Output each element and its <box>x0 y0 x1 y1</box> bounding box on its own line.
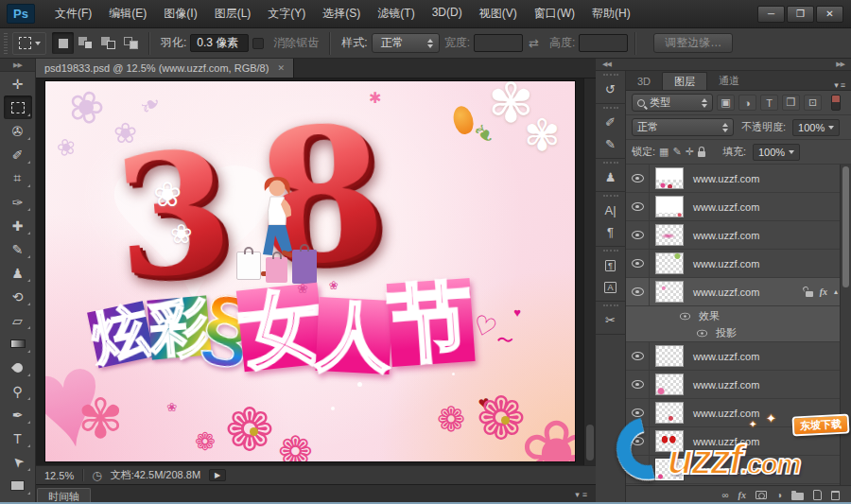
type-layers-filter-icon[interactable]: T <box>760 95 778 111</box>
history-brush-tool[interactable]: ⟲ <box>4 285 32 308</box>
eye-icon[interactable] <box>697 330 707 338</box>
layer-row[interactable]: www.uzzf.com <box>626 342 851 371</box>
history-panel-icon[interactable]: ↺ <box>599 78 623 100</box>
menu-help[interactable]: 帮助(H) <box>583 2 639 26</box>
layer-row[interactable]: www.uzzf.com <box>626 221 851 250</box>
document-close-icon[interactable]: ✕ <box>277 63 285 73</box>
adjustment-layers-filter-icon[interactable]: ◑ <box>738 95 756 111</box>
layer-mask-icon[interactable] <box>755 491 767 499</box>
paragraph-styles-panel-icon[interactable]: ¶ <box>599 254 623 276</box>
layer-group-icon[interactable] <box>791 493 804 500</box>
fx-collapse-icon[interactable]: ▴ <box>834 287 838 296</box>
link-layers-icon[interactable]: ∞ <box>721 490 728 500</box>
delete-layer-icon[interactable] <box>831 491 840 500</box>
spot-healing-brush-tool[interactable]: ✚ <box>4 214 32 237</box>
rectangular-marquee-tool[interactable] <box>4 96 32 119</box>
lock-all-icon[interactable] <box>698 151 705 157</box>
scrollbar-thumb[interactable] <box>842 166 849 287</box>
menu-window[interactable]: 窗口(W) <box>526 2 583 26</box>
canvas-image[interactable]: ❀ ❀ ❀ ❧ ✾ ✾ ❧ ✱ ♥ 3 8 ❀ ❀ <box>45 81 575 461</box>
tools-collapse-handle[interactable]: ▶▶ <box>0 59 35 72</box>
menu-image[interactable]: 图像(I) <box>155 2 205 26</box>
menu-3d[interactable]: 3D(D) <box>424 2 471 26</box>
feather-input[interactable]: 0.3 像素 <box>190 34 249 52</box>
antialias-checkbox[interactable] <box>252 38 264 49</box>
layer-row[interactable]: www.uzzf.com <box>626 371 851 399</box>
status-options-button[interactable]: ▶ <box>209 469 226 481</box>
brush-presets-panel-icon[interactable]: ✎ <box>599 133 623 155</box>
filter-type-dropdown[interactable]: 类型 <box>632 94 713 112</box>
paragraph-panel-icon[interactable]: ¶ <box>599 221 623 243</box>
brush-panel-icon[interactable]: ✐ <box>599 112 623 133</box>
layer-row[interactable]: www.uzzf.com <box>626 165 851 193</box>
character-styles-panel-icon[interactable]: A <box>599 276 623 298</box>
width-input[interactable] <box>474 34 523 52</box>
blend-mode-dropdown[interactable]: 正常 <box>632 118 734 136</box>
menu-layer[interactable]: 图层(L) <box>206 2 260 26</box>
pixel-layers-filter-icon[interactable]: ▣ <box>717 95 735 111</box>
lock-position-icon[interactable]: ✛ <box>686 146 694 158</box>
height-input[interactable] <box>579 34 628 52</box>
move-tool[interactable]: ✛ <box>4 72 32 96</box>
close-button[interactable]: ✕ <box>816 6 843 23</box>
intersect-selection-button[interactable] <box>120 32 142 54</box>
scrollbar-thumb[interactable] <box>586 425 594 461</box>
menu-edit[interactable]: 编辑(E) <box>100 2 155 26</box>
rectangle-tool[interactable] <box>4 474 32 497</box>
zoom-level-field[interactable]: 12.5% <box>44 470 74 481</box>
layer-row[interactable]: www.uzzf.com <box>626 250 851 278</box>
panel-menu-button[interactable]: ▾ ≡ <box>834 80 851 90</box>
refine-edge-button[interactable]: 调整边缘… <box>653 33 733 53</box>
eraser-tool[interactable]: ▱ <box>4 308 32 332</box>
tab-layers[interactable]: 图层 <box>662 72 707 90</box>
measure-tools-panel-icon[interactable]: ✂ <box>599 309 623 331</box>
pen-tool[interactable]: ✒ <box>4 403 32 426</box>
effects-row[interactable]: 效果 <box>626 306 851 325</box>
lock-transparency-icon[interactable]: ▦ <box>659 146 669 158</box>
subtract-selection-button[interactable] <box>97 32 119 54</box>
tab-channels[interactable]: 通道 <box>707 72 751 90</box>
gradient-tool[interactable] <box>4 332 32 356</box>
menu-file[interactable]: 文件(F) <box>46 2 100 26</box>
shape-layers-filter-icon[interactable]: ❒ <box>782 95 800 111</box>
new-selection-button[interactable] <box>52 32 74 54</box>
minimize-button[interactable]: ─ <box>757 6 785 23</box>
eyedropper-tool[interactable]: ✑ <box>4 190 32 214</box>
swap-dimensions-icon[interactable]: ⇄ <box>529 36 539 50</box>
add-selection-button[interactable] <box>75 32 96 54</box>
collapse-left-icon[interactable]: ◀◀ <box>602 61 611 68</box>
type-tool[interactable]: T <box>4 426 32 450</box>
character-panel-icon[interactable]: A| <box>599 200 623 221</box>
clone-source-panel-icon[interactable]: ♟ <box>599 166 623 188</box>
layer-row-selected[interactable]: www.uzzf.com fx ▴ <box>626 278 851 306</box>
visibility-cell[interactable] <box>626 165 650 192</box>
tool-preset-picker[interactable] <box>12 32 46 55</box>
menu-type[interactable]: 文字(Y) <box>259 2 314 26</box>
dodge-tool[interactable]: ⚲ <box>4 379 32 403</box>
filter-toggle-switch[interactable] <box>831 95 841 111</box>
menu-view[interactable]: 视图(V) <box>471 2 526 26</box>
canvas-vertical-scrollbar[interactable] <box>583 78 596 465</box>
fill-field[interactable]: 100% <box>753 144 800 161</box>
lasso-tool[interactable]: ✇ <box>4 119 32 143</box>
layer-fx-badge[interactable]: fx <box>820 287 827 297</box>
menu-select[interactable]: 选择(S) <box>314 2 369 26</box>
layer-row[interactable]: www.uzzf.com <box>626 193 851 221</box>
drop-shadow-row[interactable]: 投影 <box>626 325 851 342</box>
layer-style-icon[interactable]: fx <box>738 490 746 500</box>
clone-stamp-tool[interactable]: ♟ <box>4 261 32 285</box>
smart-object-filter-icon[interactable]: ⊡ <box>804 95 822 111</box>
style-dropdown[interactable]: 正常 <box>372 33 440 53</box>
crop-tool[interactable]: ⌗ <box>4 166 32 190</box>
new-layer-icon[interactable] <box>813 490 822 500</box>
brush-tool[interactable]: ✎ <box>4 237 32 261</box>
adjustment-layer-icon[interactable]: ◑ <box>776 490 782 500</box>
document-tab[interactable]: psd19833.psd @ 12.5% (www.uzzf.com, RGB/… <box>36 59 294 78</box>
tab-3d[interactable]: 3D <box>626 72 662 90</box>
menu-filter[interactable]: 滤镜(T) <box>369 2 423 26</box>
quick-selection-tool[interactable]: ✐ <box>4 143 32 166</box>
eye-icon[interactable] <box>680 312 690 320</box>
blur-tool[interactable] <box>4 356 32 379</box>
path-selection-tool[interactable]: ➤ <box>4 450 32 474</box>
maximize-button[interactable]: ❐ <box>787 6 814 23</box>
